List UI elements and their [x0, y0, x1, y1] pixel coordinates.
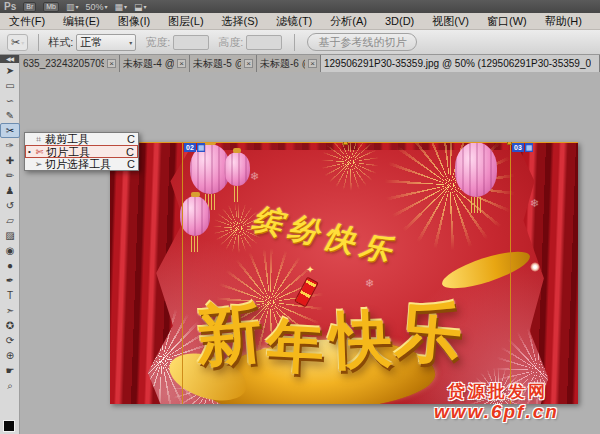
- lantern: [224, 152, 250, 186]
- menu-3d[interactable]: 3D(D): [376, 13, 423, 29]
- slice-image-icon: ▦: [525, 143, 534, 152]
- shortcut-key: C: [127, 133, 135, 145]
- menu-item-crop-tool[interactable]: ⌗ 裁剪工具 C: [25, 133, 138, 145]
- path-selection-tool[interactable]: ➣: [0, 303, 20, 318]
- menu-image[interactable]: 图像(I): [109, 13, 159, 29]
- divider: [38, 34, 39, 51]
- tool-preset-picker[interactable]: ✂ ▾: [7, 34, 28, 51]
- clone-stamp-tool[interactable]: ♟: [0, 183, 20, 198]
- slice-select-tool-icon: ➢: [32, 159, 45, 169]
- slice-boundary-vertical[interactable]: [182, 142, 183, 404]
- snowflake-icon: ❄: [530, 197, 539, 210]
- document-tab[interactable]: 未标题-6 @... ×: [257, 55, 321, 72]
- tab-label: 未标题-5 @...: [193, 57, 241, 71]
- arrange-documents-button[interactable]: ▦ ▾: [115, 2, 128, 12]
- menu-select[interactable]: 选择(S): [213, 13, 268, 29]
- ps-logo: Ps: [4, 1, 16, 12]
- options-bar: ✂ ▾ 样式: 正常 ▾ 宽度: 高度: 基于参考线的切片: [0, 30, 600, 55]
- move-tool[interactable]: ➤: [0, 63, 20, 78]
- shortcut-key: C: [126, 146, 134, 158]
- slices-from-guides-button[interactable]: 基于参考线的切片: [307, 33, 417, 51]
- zoom-level-control[interactable]: 50% ▾: [86, 2, 108, 12]
- marquee-tool[interactable]: ▭: [0, 78, 20, 93]
- menu-view[interactable]: 视图(V): [423, 13, 478, 29]
- document-tab[interactable]: 635_232432057093_2.jpg ×: [20, 55, 120, 72]
- mini-bridge-icon[interactable]: Mb: [43, 2, 59, 12]
- document-tab[interactable]: 未标题-5 @... ×: [190, 55, 257, 72]
- tab-label: 未标题-6 @...: [260, 57, 305, 71]
- tab-label: 129506291P30-35359.jpg @ 50% (129506291P…: [324, 58, 591, 69]
- lantern: [455, 142, 497, 197]
- style-label: 样式:: [48, 35, 73, 50]
- zoom-level-value: 50%: [86, 2, 104, 12]
- chevron-down-icon: ▾: [129, 39, 132, 46]
- chevron-down-icon: ▾: [105, 3, 108, 10]
- title-char: 年: [264, 307, 326, 388]
- dodge-tool[interactable]: ●: [0, 258, 20, 273]
- lasso-tool[interactable]: ∽: [0, 93, 20, 108]
- slice-boundary-vertical[interactable]: [510, 142, 511, 404]
- quick-selection-tool[interactable]: ✎: [0, 108, 20, 123]
- eyedropper-tool[interactable]: ✑: [0, 138, 20, 153]
- document-tab-bar: 635_232432057093_2.jpg × 未标题-4 @... × 未标…: [20, 55, 600, 72]
- close-icon[interactable]: ×: [107, 59, 116, 68]
- chevron-down-icon: ▾: [124, 3, 127, 10]
- gradient-tool[interactable]: ▨: [0, 228, 20, 243]
- tools-panel: ◀◀ ➤ ▭ ∽ ✎ ✂ ✑ ✚ ✏ ♟ ↺ ▱ ▨ ◉ ● ✒ T ➣ ✪ ⟳…: [0, 55, 20, 434]
- style-select-value: 正常: [80, 35, 102, 50]
- screen-mode-button[interactable]: ⬓ ▾: [134, 2, 147, 12]
- pen-tool[interactable]: ✒: [0, 273, 20, 288]
- chevron-down-icon: ▾: [75, 3, 78, 10]
- close-icon[interactable]: ×: [308, 59, 317, 68]
- menu-bar: 文件(F) 编辑(E) 图像(I) 图层(L) 选择(S) 滤镜(T) 分析(A…: [0, 13, 600, 30]
- menu-analysis[interactable]: 分析(A): [321, 13, 376, 29]
- foreground-color-swatch[interactable]: [3, 420, 15, 432]
- hand-tool[interactable]: ☛: [0, 363, 20, 378]
- menu-filter[interactable]: 滤镜(T): [267, 13, 321, 29]
- collapse-panel-icon[interactable]: ◀◀: [0, 55, 19, 63]
- document-tab-active[interactable]: 129506291P30-35359.jpg @ 50% (129506291P…: [321, 55, 600, 72]
- spot-healing-brush-tool[interactable]: ✚: [0, 153, 20, 168]
- menu-file[interactable]: 文件(F): [0, 13, 54, 29]
- menu-item-label: 切片选择工具: [45, 158, 123, 170]
- crop-tool-icon: ⌗: [32, 134, 45, 145]
- screen-mode-icon: ⬓: [134, 2, 143, 12]
- slice-badge-03: 03 ▦: [512, 143, 533, 152]
- slice-tool[interactable]: ✂: [0, 123, 20, 138]
- menu-window[interactable]: 窗口(W): [478, 13, 536, 29]
- snowflake-icon: ❄: [365, 277, 374, 290]
- custom-shape-tool[interactable]: ✪: [0, 318, 20, 333]
- view-extras-button[interactable]: ▥ ▾: [66, 2, 79, 12]
- close-icon[interactable]: ×: [244, 59, 253, 68]
- 3d-orbit-tool[interactable]: ⊕: [0, 348, 20, 363]
- bridge-icon[interactable]: Br: [23, 2, 36, 12]
- type-tool[interactable]: T: [0, 288, 20, 303]
- watermark-site-name: 贷源批发网: [448, 380, 548, 403]
- eraser-tool[interactable]: ▱: [0, 213, 20, 228]
- brush-tool[interactable]: ✏: [0, 168, 20, 183]
- menu-layer[interactable]: 图层(L): [159, 13, 212, 29]
- menu-help[interactable]: 帮助(H): [536, 13, 591, 29]
- 3d-rotate-tool[interactable]: ⟳: [0, 333, 20, 348]
- close-icon[interactable]: ×: [177, 59, 186, 68]
- style-select[interactable]: 正常 ▾: [76, 34, 136, 51]
- menu-item-slice-select-tool[interactable]: ➢ 切片选择工具 C: [25, 158, 138, 170]
- document-canvas[interactable]: ❄ ❄ ❄ 缤纷快乐 ✦ 新 年 快 乐 01: [110, 142, 578, 404]
- slice-handle[interactable]: [343, 142, 348, 145]
- slice-tool-icon: ✄: [33, 147, 46, 157]
- menu-edit[interactable]: 编辑(E): [54, 13, 109, 29]
- slice-number: 03: [512, 143, 524, 152]
- menu-item-label: 切片工具: [46, 146, 122, 158]
- history-brush-tool[interactable]: ↺: [0, 198, 20, 213]
- blur-tool[interactable]: ◉: [0, 243, 20, 258]
- firework-burst: [320, 142, 380, 192]
- spark-icon: ✦: [306, 264, 314, 275]
- menu-item-slice-tool[interactable]: • ✄ 切片工具 C: [25, 145, 138, 158]
- view-extras-icon: ▥: [66, 2, 75, 12]
- height-field: [246, 35, 282, 50]
- zoom-tool[interactable]: ⌕: [0, 378, 20, 393]
- arrange-documents-icon: ▦: [115, 2, 124, 12]
- title-char: 新: [192, 287, 266, 382]
- document-tab[interactable]: 未标题-4 @... ×: [120, 55, 190, 72]
- chevron-down-icon: ▾: [21, 39, 24, 46]
